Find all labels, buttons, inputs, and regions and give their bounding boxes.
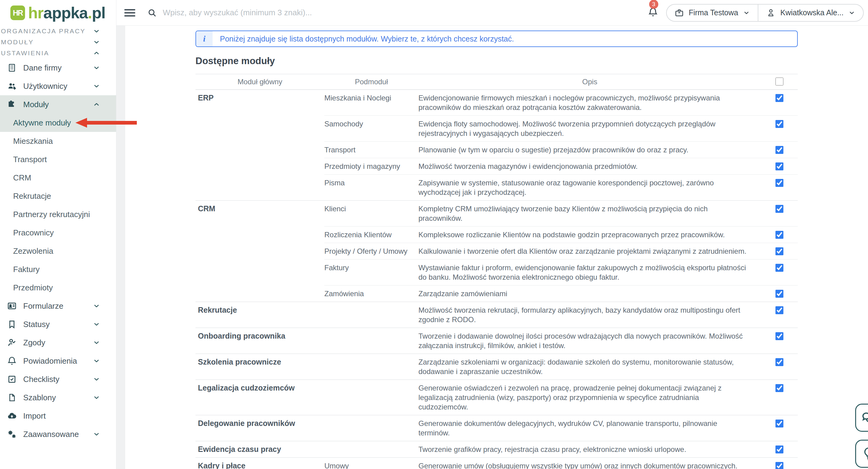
main-module-name: ERP	[195, 90, 324, 200]
page-title: Dostępne moduły	[195, 56, 798, 67]
gears-icon	[5, 429, 18, 439]
sidebar-item-import[interactable]: Import	[0, 407, 116, 425]
sidebar-item-dane-firmy[interactable]: Dane firmy	[0, 59, 116, 77]
sidebar-subitem-mieszkania[interactable]: Mieszkania	[0, 132, 116, 150]
table-row: PismaZapisywanie w systemie, statusowani…	[324, 174, 798, 200]
sidebar-item-powiadomienia[interactable]: Powiadomienia	[0, 352, 116, 370]
sidebar-subitem-rekrutacje[interactable]: Rekrutacje	[0, 187, 116, 205]
module-group-rekrutacje: RekrutacjeMożliwość tworzenia rekrutacji…	[195, 302, 798, 328]
module-group-kadry-i-place: Kadry i płaceUmowyGenerowanie umów (obsł…	[195, 458, 798, 469]
logo-icon: HR	[10, 5, 25, 20]
sidebar-item-zaawansowane[interactable]: Zaawansowane	[0, 425, 116, 443]
row-checkbox[interactable]	[775, 146, 783, 154]
row-checkbox[interactable]	[775, 290, 783, 298]
submodule-name: Rozliczenia Klientów	[324, 230, 418, 239]
module-group-crm: CRMKlienciKompletny CRM umożliwiający tw…	[195, 200, 798, 302]
row-checkbox[interactable]	[775, 462, 783, 469]
row-checkbox[interactable]	[775, 264, 783, 272]
row-checkbox[interactable]	[775, 419, 783, 428]
column-header-submodule: Podmoduł	[324, 77, 418, 86]
submodule-name	[324, 445, 418, 454]
chat-bubbles-icon	[861, 410, 868, 426]
table-row: Przedmioty i magazynyMożliwość tworzenia…	[324, 158, 798, 174]
main-module-name: CRM	[195, 200, 324, 302]
chevron-down-icon	[743, 9, 750, 16]
briefcase-icon	[675, 8, 684, 18]
module-description: Zarządzanie szkoleniami w organizacji: d…	[418, 357, 761, 376]
chevron-down-icon	[93, 83, 100, 90]
account-pill: Firma Testowa Kwiatkowska Ale...	[666, 4, 864, 22]
row-checkbox[interactable]	[775, 247, 783, 255]
search-input[interactable]	[163, 8, 648, 18]
row-checkbox[interactable]	[775, 384, 783, 392]
info-banner: i Poniżej znajduje się lista dostępnych …	[195, 31, 798, 47]
submodule-name	[324, 331, 418, 350]
select-all-checkbox[interactable]	[775, 77, 783, 86]
user-check-icon	[5, 338, 18, 347]
sidebar-section-organizacja-pracy[interactable]: ORGANIZACJA PRACY	[0, 26, 116, 37]
table-row: FakturyWystawianie faktur i proform, ewi…	[324, 259, 798, 285]
chevron-down-icon	[93, 38, 100, 46]
row-checkbox[interactable]	[775, 231, 783, 239]
search-icon	[148, 8, 157, 18]
company-name: Firma Testowa	[689, 8, 738, 17]
user-name: Kwiatkowska Ale...	[780, 8, 843, 17]
main-module-name: Szkolenia pracownicze	[195, 354, 324, 379]
row-checkbox[interactable]	[775, 332, 783, 340]
user-menu[interactable]: Kwiatkowska Ale...	[758, 5, 863, 21]
row-checkbox[interactable]	[775, 445, 783, 454]
sidebar-subitem-partnerzy-rekrutacyjni[interactable]: Partnerzy rekrutacyjni	[0, 205, 116, 223]
sidebar-section-ustawienia[interactable]: USTAWIENIA	[0, 48, 116, 59]
sidebar-section-moduly[interactable]: MODUŁY	[0, 37, 116, 48]
sidebar-item-szablony[interactable]: Szablony	[0, 388, 116, 407]
sidebar-item-statusy[interactable]: Statusy	[0, 315, 116, 334]
row-checkbox[interactable]	[775, 205, 783, 213]
chevron-down-icon	[848, 9, 855, 16]
sidebar-subitem-zezwolenia[interactable]: Zezwolenia	[0, 242, 116, 260]
main-module-name: Ewidencja czasu pracy	[195, 441, 324, 458]
layout-gutter	[117, 26, 125, 469]
sidebar-subitem-crm[interactable]: CRM	[0, 168, 116, 187]
sidebar-item-uzytkownicy[interactable]: Użytkownicy	[0, 77, 116, 95]
sidebar-subitem-transport[interactable]: Transport	[0, 150, 116, 168]
sidebar-subitem-pracownicy[interactable]: Pracownicy	[0, 223, 116, 242]
chevron-up-icon	[93, 101, 100, 108]
submodule-name: Transport	[324, 145, 418, 155]
sidebar-subitem-przedmioty[interactable]: Przedmioty	[0, 278, 116, 297]
table-row: KlienciKompletny CRM umożliwiający tworz…	[324, 200, 798, 226]
chevron-down-icon	[93, 357, 100, 365]
app-logo[interactable]: HR hrappka.pl	[0, 0, 116, 26]
table-row: ZamówieniaZarządzanie zamówieniami	[324, 285, 798, 302]
menu-toggle-icon[interactable]	[124, 7, 135, 18]
puzzle-icon	[5, 99, 18, 109]
table-row: SamochodyEwidencja floty samochodowej. M…	[324, 116, 798, 142]
module-group-szkolenia-pracownicze: Szkolenia pracowniczeZarządzanie szkolen…	[195, 354, 798, 380]
sidebar-subitem-faktury[interactable]: Faktury	[0, 260, 116, 278]
row-checkbox[interactable]	[775, 306, 783, 314]
sidebar-item-formularze[interactable]: Formularze	[0, 297, 116, 315]
sidebar-item-moduly[interactable]: Moduły	[0, 95, 116, 114]
submodule-name: Klienci	[324, 204, 418, 223]
submodule-name: Umowy	[324, 461, 418, 469]
sidebar-item-zgody[interactable]: Zgody	[0, 334, 116, 352]
notifications-button[interactable]: 3	[648, 7, 658, 19]
row-checkbox[interactable]	[775, 162, 783, 170]
column-header-description: Opis	[418, 77, 761, 86]
row-checkbox[interactable]	[775, 94, 783, 102]
submodule-name: Faktury	[324, 263, 418, 282]
module-description: Ewidencjonowanie firmowych mieszkań i no…	[418, 93, 761, 112]
main-module-name: Legalizacja cudzoziemców	[195, 380, 324, 415]
row-checkbox[interactable]	[775, 358, 783, 366]
tips-fab-button[interactable]	[855, 440, 868, 468]
chevron-down-icon	[93, 431, 100, 438]
company-selector[interactable]: Firma Testowa	[667, 5, 758, 21]
column-header-main-module: Moduł główny	[195, 77, 324, 86]
chat-fab-button[interactable]	[855, 404, 868, 432]
row-checkbox[interactable]	[775, 120, 783, 128]
module-description: Zarządzanie zamówieniami	[418, 289, 761, 298]
row-checkbox[interactable]	[775, 179, 783, 187]
sidebar-item-checklisty[interactable]: Checklisty	[0, 370, 116, 388]
topbar: 3 Firma Testowa Kwiatkowska Ale...	[116, 0, 868, 26]
module-description: Generowanie umów (obsługujemy wszystkie …	[418, 461, 761, 469]
submodule-name: Mieszkania i Noclegi	[324, 93, 418, 112]
